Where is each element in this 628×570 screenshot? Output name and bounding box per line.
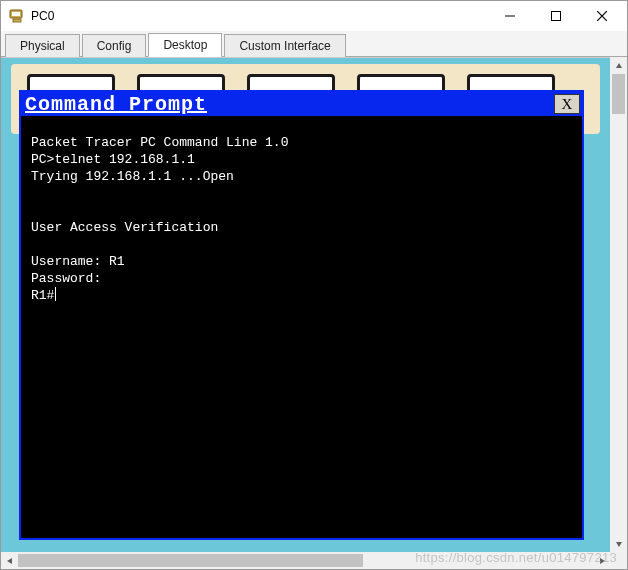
tab-label: Physical bbox=[20, 39, 65, 53]
terminal[interactable]: Packet Tracer PC Command Line 1.0 PC>tel… bbox=[21, 116, 582, 538]
client-area: Command Prompt X Packet Tracer PC Comman… bbox=[1, 57, 627, 569]
tab-physical[interactable]: Physical bbox=[5, 34, 80, 57]
terminal-line: User Access Verification bbox=[31, 220, 218, 235]
close-label: X bbox=[562, 96, 573, 113]
pc-icon bbox=[9, 8, 25, 24]
svg-rect-1 bbox=[12, 12, 20, 16]
scroll-track-v[interactable] bbox=[610, 74, 627, 535]
maximize-button[interactable] bbox=[533, 1, 579, 31]
command-prompt-close-button[interactable]: X bbox=[554, 94, 580, 114]
terminal-line: Packet Tracer PC Command Line 1.0 bbox=[31, 135, 288, 150]
scroll-down-button[interactable] bbox=[610, 535, 627, 552]
scroll-up-button[interactable] bbox=[610, 57, 627, 74]
minimize-button[interactable] bbox=[487, 1, 533, 31]
app-window: PC0 Physical Config Desktop Custom Inter… bbox=[0, 0, 628, 570]
window-title: PC0 bbox=[31, 9, 487, 23]
vertical-scrollbar[interactable] bbox=[610, 57, 627, 552]
horizontal-scrollbar[interactable] bbox=[1, 552, 610, 569]
terminal-line: PC>telnet 192.168.1.1 bbox=[31, 152, 195, 167]
titlebar[interactable]: PC0 bbox=[1, 1, 627, 31]
tab-row: Physical Config Desktop Custom Interface bbox=[1, 31, 627, 57]
command-prompt-window: Command Prompt X Packet Tracer PC Comman… bbox=[19, 90, 584, 540]
scroll-thumb-h[interactable] bbox=[18, 554, 363, 567]
terminal-prompt: R1# bbox=[31, 288, 54, 303]
tab-desktop[interactable]: Desktop bbox=[148, 33, 222, 57]
command-prompt-title: Command Prompt bbox=[25, 93, 554, 116]
scroll-right-button[interactable] bbox=[593, 552, 610, 569]
terminal-line: Trying 192.168.1.1 ...Open bbox=[31, 169, 234, 184]
close-button[interactable] bbox=[579, 1, 625, 31]
terminal-cursor bbox=[55, 287, 56, 301]
scroll-track-h[interactable] bbox=[18, 552, 593, 569]
tab-config[interactable]: Config bbox=[82, 34, 147, 57]
desktop-area: Command Prompt X Packet Tracer PC Comman… bbox=[1, 57, 610, 552]
tab-custom-interface[interactable]: Custom Interface bbox=[224, 34, 345, 57]
svg-rect-2 bbox=[13, 19, 21, 22]
scroll-thumb-v[interactable] bbox=[612, 74, 625, 114]
tab-label: Desktop bbox=[163, 38, 207, 52]
svg-rect-4 bbox=[552, 12, 561, 21]
terminal-line: Username: R1 bbox=[31, 254, 125, 269]
scroll-corner bbox=[610, 552, 627, 569]
terminal-line: Password: bbox=[31, 271, 101, 286]
scroll-left-button[interactable] bbox=[1, 552, 18, 569]
window-controls bbox=[487, 1, 625, 31]
svg-rect-3 bbox=[505, 16, 515, 17]
command-prompt-titlebar[interactable]: Command Prompt X bbox=[21, 92, 582, 116]
tab-label: Config bbox=[97, 39, 132, 53]
tab-label: Custom Interface bbox=[239, 39, 330, 53]
